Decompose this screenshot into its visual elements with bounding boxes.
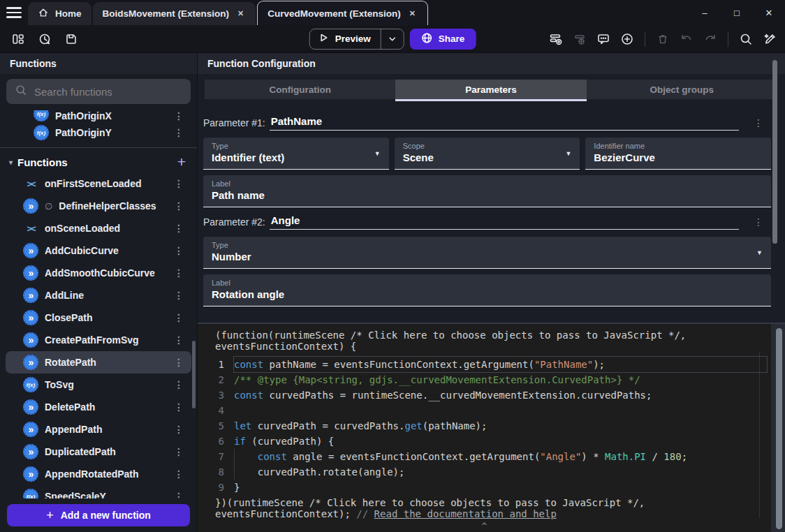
select-type[interactable]: TypeNumber▼ [203, 237, 771, 269]
parameter-name-input[interactable]: Angle [270, 214, 739, 230]
code-line-8[interactable]: 8 curvedPath.rotate(angle); [198, 464, 785, 480]
add-subevent-icon[interactable] [570, 29, 589, 49]
item-menu-icon[interactable]: ⋮ [173, 424, 184, 435]
item-menu-icon[interactable]: ⋮ [173, 110, 184, 121]
line-number: 5 [198, 418, 234, 434]
input-identifier-name[interactable]: Identifier nameBezierCurve [585, 138, 771, 170]
preview-button[interactable]: Preview [310, 32, 381, 45]
item-menu-icon[interactable]: ⋮ [173, 200, 184, 212]
function-name: onSceneLoaded [45, 223, 167, 234]
tab-configuration[interactable]: Configuration [205, 80, 395, 99]
parameter-menu-icon[interactable]: ⋮ [753, 117, 764, 128]
sidebar-item-tosvg[interactable]: f(x)ToSvg⋮ [6, 374, 191, 396]
sidebar-item-createpathfromsvg[interactable]: »CreatePathFromSvg⋮ [6, 329, 191, 351]
close-tab-icon[interactable]: ✕ [235, 8, 246, 20]
sidebar-item-pathoriginx[interactable]: f(x)PathOriginX⋮ [6, 110, 191, 121]
sidebar-item-addline[interactable]: »AddLine⋮ [6, 284, 191, 306]
item-menu-icon[interactable]: ⋮ [173, 491, 184, 498]
maximize-button[interactable]: □ [721, 0, 753, 25]
dropdown-arrow-icon[interactable]: ▼ [565, 150, 571, 157]
item-menu-icon[interactable]: ⋮ [173, 245, 184, 256]
input-label[interactable]: LabelRotation angle [203, 274, 771, 306]
search-icon[interactable] [736, 29, 756, 49]
sidebar-item-duplicatedpath[interactable]: »DuplicatedPath⋮ [6, 441, 191, 463]
panels-icon[interactable] [8, 29, 28, 49]
item-menu-icon[interactable]: ⋮ [173, 357, 184, 368]
minimize-button[interactable]: – [689, 0, 721, 25]
sidebar-item-rotatepath[interactable]: »RotatePath⋮ [6, 351, 191, 374]
titlebar: Home BoidsMovement (Extension) ✕ CurvedM… [0, 0, 785, 25]
item-menu-icon[interactable]: ⋮ [173, 312, 184, 323]
redo-icon[interactable] [700, 29, 720, 49]
select-type[interactable]: TypeIdentifier (text)▼ [203, 138, 389, 170]
preview-options-chevron-icon[interactable] [381, 35, 404, 43]
share-button[interactable]: Share [410, 29, 476, 50]
parameter-name-input[interactable]: PathName [270, 115, 739, 131]
sidebar-item-addsmoothcubiccurve[interactable]: »AddSmoothCubicCurve⋮ [6, 262, 191, 284]
close-window-button[interactable]: ✕ [753, 0, 785, 25]
item-menu-icon[interactable]: ⋮ [173, 334, 184, 346]
code-line-1[interactable]: 1const pathName = eventsFunctionContext.… [198, 357, 785, 372]
sidebar-scrollbar[interactable] [192, 341, 196, 408]
documentation-link[interactable]: Read the documentation and help [374, 508, 557, 519]
code-editor[interactable]: (function(runtimeScene /* Click here to … [198, 323, 785, 532]
sidebar-item-speedscaley[interactable]: f(x)SpeedScaleY⋮ [6, 485, 191, 498]
tab-curvedmovement[interactable]: CurvedMovement (Extension) ✕ [257, 1, 428, 25]
add-event-icon[interactable] [546, 29, 566, 49]
code-line-3[interactable]: 3const curvedPaths = runtimeScene.__curv… [198, 387, 785, 403]
undo-icon[interactable] [677, 29, 696, 49]
hamburger-menu-icon[interactable] [0, 0, 28, 25]
add-function-plus-icon[interactable]: + [177, 154, 186, 170]
sidebar-item-appendpath[interactable]: »AppendPath⋮ [6, 418, 191, 441]
code-token: } [234, 482, 240, 493]
trash-icon[interactable] [653, 29, 673, 49]
item-menu-icon[interactable]: ⋮ [173, 446, 184, 457]
dropdown-arrow-icon[interactable]: ▼ [374, 150, 381, 157]
functions-group-header[interactable]: ▾Functions+ [0, 152, 197, 172]
sidebar-item-deletepath[interactable]: »DeletePath⋮ [6, 396, 191, 418]
tab-home[interactable]: Home [28, 2, 91, 25]
sidebar-item-onfirstsceneloaded[interactable]: ><onFirstSceneLoaded⋮ [6, 172, 191, 195]
editor-scrollbar-thumb[interactable] [776, 328, 782, 529]
tab-boidsmovement[interactable]: BoidsMovement (Extension) ✕ [93, 2, 256, 25]
sidebar-item-definehelperclasses[interactable]: »∅DefineHelperClasses⋮ [6, 195, 191, 217]
code-line-9[interactable]: 9} [198, 480, 785, 495]
search-functions-box[interactable] [6, 79, 191, 104]
code-line-2[interactable]: 2/** @type {Map<string, gdjs.__curvedMov… [198, 372, 785, 387]
tab-object-groups[interactable]: Object groups [587, 80, 777, 99]
add-circle-icon[interactable] [617, 29, 637, 49]
parameter-menu-icon[interactable]: ⋮ [753, 216, 764, 228]
history-icon[interactable] [35, 29, 54, 49]
tab-parameters[interactable]: Parameters [395, 80, 586, 99]
code-line-7[interactable]: 7 const angle = eventsFunctionContext.ge… [198, 449, 785, 464]
item-menu-icon[interactable]: ⋮ [173, 468, 184, 480]
code-line-5[interactable]: 5let curvedPath = curvedPaths.get(pathNa… [198, 418, 785, 434]
save-icon[interactable] [61, 29, 81, 49]
edit-pencil-icon[interactable] [760, 29, 779, 49]
editor-expand-handle[interactable]: ^ [198, 521, 771, 532]
item-menu-icon[interactable]: ⋮ [173, 178, 184, 189]
code-token: })(runtimeScene /* Click here to choose … [215, 497, 645, 508]
add-new-function-button[interactable]: + Add a new function [7, 504, 190, 526]
add-comment-icon[interactable] [594, 29, 613, 49]
sidebar-item-addcubiccurve[interactable]: »AddCubicCurve⋮ [6, 239, 191, 262]
item-menu-icon[interactable]: ⋮ [173, 401, 184, 413]
code-line-4[interactable]: 4 [198, 403, 785, 418]
sidebar-item-onsceneloaded[interactable]: ><onSceneLoaded⋮ [6, 217, 191, 239]
item-menu-icon[interactable]: ⋮ [173, 127, 184, 138]
collapse-triangle-icon[interactable]: ▾ [9, 158, 13, 166]
dropdown-arrow-icon[interactable]: ▼ [756, 249, 763, 256]
close-tab-icon[interactable]: ✕ [407, 8, 418, 20]
parameters-scrollbar[interactable] [772, 60, 777, 244]
sidebar-item-appendrotatedpath[interactable]: »AppendRotatedPath⋮ [6, 463, 191, 485]
item-menu-icon[interactable]: ⋮ [173, 379, 184, 390]
select-scope[interactable]: ScopeScene▼ [395, 138, 580, 170]
code-line-6[interactable]: 6if (curvedPath) { [198, 434, 785, 449]
search-functions-input[interactable] [34, 86, 182, 98]
input-label[interactable]: LabelPath name [203, 175, 771, 207]
item-menu-icon[interactable]: ⋮ [173, 267, 184, 279]
item-menu-icon[interactable]: ⋮ [173, 223, 184, 234]
sidebar-item-closepath[interactable]: »ClosePath⋮ [6, 306, 191, 329]
item-menu-icon[interactable]: ⋮ [173, 290, 184, 301]
sidebar-item-pathoriginy[interactable]: f(x)PathOriginY⋮ [6, 121, 191, 144]
